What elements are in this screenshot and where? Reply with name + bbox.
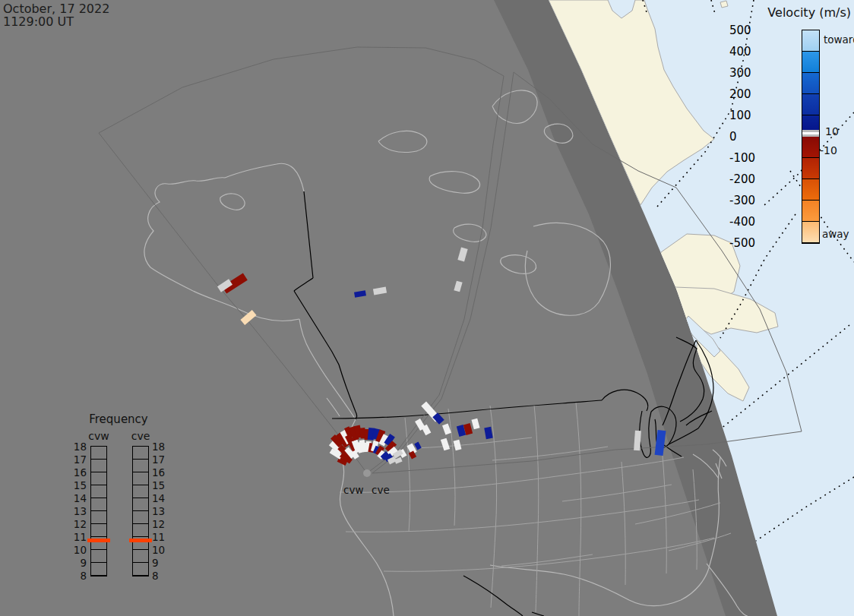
frequency-scale-number-left: 15 <box>59 479 87 491</box>
velocity-tick-label: 500 <box>729 24 735 36</box>
velocity-colorbar-segment <box>802 201 819 222</box>
velocity-zero-band <box>802 130 819 137</box>
superdarn-velocity-plot: cvw cve October, 17 2022 1129:00 UT Velo… <box>0 0 854 616</box>
frequency-cell <box>133 550 148 563</box>
velocity-tick-label: 0 <box>729 131 735 143</box>
frequency-scale-number-right: 16 <box>152 466 179 479</box>
frequency-scale-number-right: 9 <box>152 557 179 569</box>
velocity-tick-label: 100 <box>729 109 735 122</box>
frequency-scale-number-left: 16 <box>59 466 87 479</box>
frequency-cell <box>91 563 106 576</box>
frequency-scale-number-right: 13 <box>152 505 179 517</box>
frequency-scale-number-right: 18 <box>152 441 179 453</box>
frequency-cell <box>133 460 148 472</box>
frequency-scale-number-left: 13 <box>59 505 87 517</box>
velocity-colorbar-segment <box>802 222 819 243</box>
velocity-tick-label: 400 <box>729 46 735 58</box>
frequency-scale-number-left: 12 <box>59 518 87 530</box>
frequency-scale-number-left: 10 <box>59 544 87 556</box>
frequency-cell <box>133 498 148 511</box>
velocity-tick-labels: 5004003002001000-100-200-300-400-500 <box>729 0 796 273</box>
frequency-cell <box>91 460 106 472</box>
velocity-colorbar-segment <box>802 137 819 158</box>
frequency-marker <box>87 539 110 542</box>
velocity-colorbar <box>802 30 820 244</box>
frequency-scale-number-left: 9 <box>59 557 87 569</box>
frequency-column-cvw: cvw <box>82 430 115 442</box>
threshold-lower-label: -10 <box>820 144 837 156</box>
toward-label: toward <box>824 33 854 46</box>
timestamp-date: October, 17 2022 <box>3 2 109 15</box>
velocity-colorbar-segment <box>802 30 819 52</box>
frequency-bar-cve <box>132 446 149 577</box>
radar-label-cve: cve <box>372 484 390 496</box>
velocity-colorbar-segment <box>802 179 819 201</box>
frequency-cell <box>91 511 106 524</box>
away-label: away <box>822 228 849 240</box>
velocity-tick-label: -400 <box>729 216 735 228</box>
timestamp-time: 1129:00 UT <box>3 15 109 28</box>
north-america-map: cvw cve <box>0 0 854 616</box>
velocity-tick-label: -100 <box>729 152 735 164</box>
radar-label-cvw: cvw <box>343 484 363 496</box>
frequency-scale-number-right: 12 <box>152 518 179 530</box>
frequency-scale-number-left: 18 <box>59 441 87 453</box>
radar-site-dot <box>363 469 371 477</box>
frequency-scale-number-left: 8 <box>59 570 87 582</box>
frequency-cell <box>91 485 106 498</box>
threshold-upper-label: 10 <box>825 125 839 137</box>
frequency-bar-cvw <box>90 446 107 577</box>
frequency-cell <box>133 511 148 524</box>
frequency-cell <box>133 472 148 485</box>
frequency-cell <box>91 498 106 511</box>
timestamp: October, 17 2022 1129:00 UT <box>3 2 109 28</box>
frequency-scale-number-right: 14 <box>152 492 179 504</box>
velocity-colorbar-segment <box>802 52 819 73</box>
frequency-scale-number-left: 14 <box>59 492 87 504</box>
frequency-scale-number-right: 17 <box>152 453 179 466</box>
frequency-scale-number-left: 17 <box>59 453 87 466</box>
frequency-cell <box>133 524 148 537</box>
velocity-tick-label: -200 <box>729 173 735 185</box>
frequency-scale-number-left: 11 <box>59 531 87 543</box>
velocity-tick-label: 300 <box>729 67 735 79</box>
frequency-cell <box>91 524 106 537</box>
frequency-scale-number-right: 8 <box>152 570 179 582</box>
frequency-scale-number-right: 10 <box>152 544 179 556</box>
frequency-cell <box>133 563 148 576</box>
frequency-cell <box>133 447 148 460</box>
frequency-cell <box>91 550 106 563</box>
velocity-tick-label: 200 <box>729 88 735 100</box>
frequency-scale-number-right: 11 <box>152 531 179 543</box>
day-island <box>720 1 728 8</box>
frequency-scale-number-right: 15 <box>152 479 179 491</box>
frequency-cell <box>91 472 106 485</box>
frequency-cell <box>91 447 106 460</box>
velocity-tick-label: -500 <box>729 237 735 249</box>
velocity-colorbar-segment <box>802 94 819 115</box>
velocity-colorbar-segment <box>802 158 819 179</box>
frequency-legend-title: Frequency <box>76 412 161 426</box>
velocity-tick-label: -300 <box>729 194 735 207</box>
frequency-marker <box>129 539 152 542</box>
velocity-colorbar-segment <box>802 73 819 94</box>
frequency-cell <box>133 485 148 498</box>
